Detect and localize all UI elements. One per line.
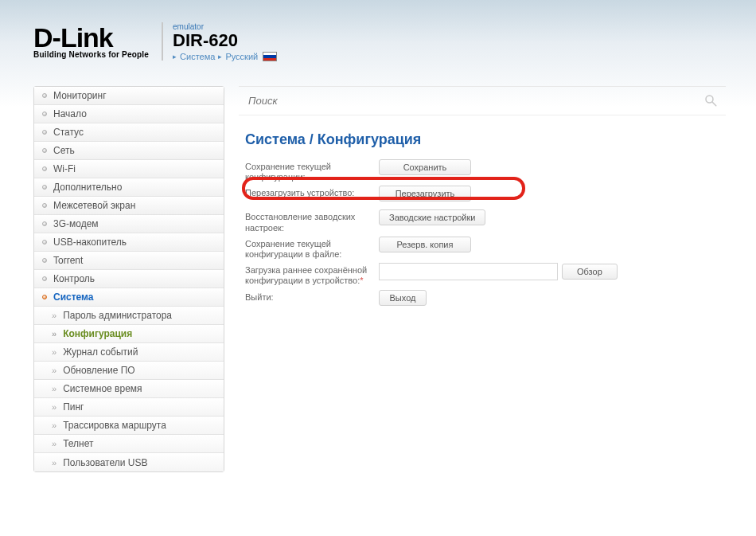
row-factory: Восстановление заводских настроек: Завод…: [245, 209, 726, 233]
sidebar-item-monitoring[interactable]: Мониторинг: [34, 87, 224, 105]
logout-button[interactable]: Выход: [379, 290, 427, 306]
reboot-button[interactable]: Перезагрузить: [379, 186, 471, 201]
search-input[interactable]: [245, 92, 719, 110]
row-restore: Загрузка раннее сохранённой конфигурации…: [245, 263, 726, 286]
sidebar-sub-fw-update[interactable]: Обновление ПО: [34, 362, 224, 380]
sidebar-sub-label: Пинг: [63, 401, 84, 413]
bullet-icon: [42, 166, 47, 171]
sidebar-sub-label: Трассировка маршрута: [63, 420, 166, 431]
sidebar-item-status[interactable]: Статус: [34, 123, 224, 142]
backup-button[interactable]: Резерв. копия: [379, 237, 471, 252]
save-config-label: Сохранение текущей конфигурации:: [245, 159, 379, 182]
sidebar-item-usb[interactable]: USB-накопитель: [34, 233, 224, 252]
brand-divider: [162, 22, 163, 61]
sidebar-sub-ping[interactable]: Пинг: [34, 398, 224, 417]
bullet-icon: [42, 112, 47, 116]
sidebar-sub-label: Журнал событий: [63, 346, 138, 358]
sidebar-item-label: 3G-модем: [53, 218, 99, 229]
factory-button[interactable]: Заводские настройки: [379, 209, 485, 225]
sidebar-item-label: Torrent: [53, 255, 83, 266]
sidebar-item-start[interactable]: Начало: [34, 105, 224, 123]
required-indicator: *: [360, 276, 363, 285]
sidebar-item-control[interactable]: Контроль: [34, 270, 224, 288]
breadcrumb-system[interactable]: Система: [180, 52, 215, 61]
restore-file-field[interactable]: [379, 263, 558, 280]
sidebar-sub-label: Системное время: [63, 383, 142, 394]
main: Мониторинг Начало Статус Сеть Wi-Fi Допо…: [0, 86, 756, 472]
bullet-icon: [42, 240, 47, 245]
sidebar-item-3g[interactable]: 3G-модем: [34, 215, 224, 233]
flag-ru-icon: [263, 52, 277, 61]
browse-button[interactable]: Обзор: [562, 264, 618, 280]
sidebar-sub-telnet[interactable]: Телнет: [34, 435, 224, 453]
row-reboot: Перезагрузить устройство: Перезагрузить: [245, 186, 726, 206]
sidebar-item-label: Статус: [53, 127, 84, 138]
bullet-icon: [42, 221, 47, 226]
row-save-config: Сохранение текущей конфигурации: Сохрани…: [245, 159, 726, 182]
sidebar-sub-admin-pw[interactable]: Пароль администратора: [34, 307, 224, 325]
bullet-icon: [42, 185, 47, 190]
sidebar-sub-system-time[interactable]: Системное время: [34, 380, 224, 398]
sidebar-sub-label: Пользователи USB: [63, 457, 147, 468]
sidebar-item-label: USB-накопитель: [53, 237, 127, 248]
svg-line-1: [712, 102, 716, 106]
sidebar-item-net[interactable]: Сеть: [34, 142, 224, 160]
reboot-label: Перезагрузить устройство:: [245, 186, 379, 198]
sidebar-sub-event-log[interactable]: Журнал событий: [34, 343, 224, 362]
page-title: Система / Конфигурация: [245, 131, 726, 148]
restore-label: Загрузка раннее сохранённой конфигурации…: [245, 263, 379, 286]
bullet-icon: [42, 93, 47, 98]
sidebar-sub-label: Телнет: [63, 438, 93, 449]
sidebar: Мониторинг Начало Статус Сеть Wi-Fi Допо…: [33, 86, 224, 472]
brand-logo: D-Link Building Networks for People: [33, 22, 149, 59]
breadcrumb-lang[interactable]: Русский: [225, 52, 258, 61]
brand-tagline: Building Networks for People: [33, 50, 149, 59]
sidebar-item-system[interactable]: Система: [34, 288, 224, 307]
search-icon: [703, 93, 718, 108]
config-form: Сохранение текущей конфигурации: Сохрани…: [239, 159, 726, 311]
brand-name: D-Link: [33, 22, 113, 53]
logout-label: Выйти:: [245, 290, 379, 303]
sidebar-sub-usb-users[interactable]: Пользователи USB: [34, 453, 224, 471]
sidebar-item-advanced[interactable]: Дополнительно: [34, 178, 224, 197]
svg-point-0: [706, 96, 713, 103]
sidebar-item-label: Контроль: [53, 273, 95, 284]
search-wrap: [239, 87, 726, 115]
chevron-right-icon: ▸: [218, 53, 222, 61]
bullet-icon: [42, 295, 47, 299]
sidebar-item-firewall[interactable]: Межсетевой экран: [34, 197, 224, 215]
sidebar-item-label: Wi-Fi: [53, 163, 76, 174]
sidebar-item-label: Система: [53, 291, 94, 303]
sidebar-sub-label: Пароль администратора: [63, 310, 172, 321]
sidebar-sub-label: Конфигурация: [63, 328, 132, 339]
factory-label: Восстановление заводских настроек:: [245, 209, 379, 233]
backup-label: Сохранение текущей конфигурации в файле:: [245, 237, 379, 260]
sidebar-item-label: Мониторинг: [53, 90, 107, 101]
chevron-right-icon: ▸: [173, 53, 177, 61]
bullet-icon: [42, 203, 47, 208]
sidebar-item-label: Дополнительно: [53, 182, 122, 193]
bullet-icon: [42, 276, 47, 281]
row-logout: Выйти: Выход: [245, 290, 726, 311]
save-button[interactable]: Сохранить: [379, 159, 471, 175]
sidebar-item-wifi[interactable]: Wi-Fi: [34, 160, 224, 178]
sidebar-item-torrent[interactable]: Torrent: [34, 252, 224, 270]
row-backup: Сохранение текущей конфигурации в файле:…: [245, 237, 726, 260]
model-block: emulator DIR-620 ▸ Система ▸ Русский: [173, 22, 277, 61]
content: Система / Конфигурация Сохранение текуще…: [239, 86, 726, 472]
sidebar-sub-traceroute[interactable]: Трассировка маршрута: [34, 417, 224, 435]
model-name: DIR-620: [173, 31, 277, 50]
header: D-Link Building Networks for People emul…: [0, 0, 756, 86]
bullet-icon: [42, 258, 47, 263]
breadcrumb: ▸ Система ▸ Русский: [173, 52, 277, 61]
sidebar-sub-label: Обновление ПО: [63, 365, 135, 376]
bullet-icon: [42, 148, 47, 153]
sidebar-item-label: Межсетевой экран: [53, 200, 135, 211]
restore-label-text: Загрузка раннее сохранённой конфигурации…: [245, 265, 367, 285]
sidebar-sub-configuration[interactable]: Конфигурация: [34, 325, 224, 343]
sidebar-item-label: Начало: [53, 108, 87, 119]
sidebar-item-label: Сеть: [53, 145, 75, 156]
bullet-icon: [42, 130, 47, 135]
